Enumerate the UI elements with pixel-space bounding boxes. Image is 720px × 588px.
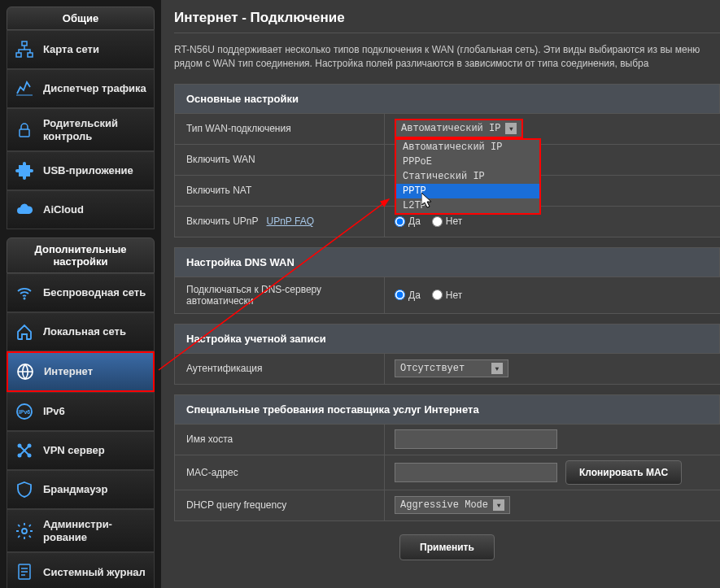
input-hostname[interactable] — [395, 429, 557, 449]
radio-upnp-no[interactable]: Нет — [432, 216, 462, 227]
sidebar-item-label: Интернет — [44, 365, 93, 378]
row-wan-type: Тип WAN-подключения Автоматический IP ▼ … — [174, 114, 720, 145]
svg-rect-1 — [16, 53, 21, 57]
page-description: RT-N56U поддерживает несколько типов под… — [174, 43, 720, 71]
dropdown-option-pptp[interactable]: PPTP — [396, 184, 539, 198]
row-hostname: Имя хоста — [174, 425, 720, 455]
label-wan-type: Тип WAN-подключения — [175, 114, 385, 144]
sidebar-item-syslog[interactable]: Системный журнал — [7, 552, 155, 588]
sidebar-item-firewall[interactable]: Брандмауэр — [7, 470, 155, 509]
svg-rect-2 — [28, 53, 33, 57]
section-isp: Специальные требования поставщика услуг … — [174, 394, 720, 521]
svg-rect-3 — [20, 129, 29, 137]
select-value: Отсутствует — [400, 363, 465, 374]
dropdown-option[interactable]: L2TP — [396, 198, 539, 213]
sidebar-item-ipv6[interactable]: IPv6 IPv6 — [7, 392, 155, 431]
shield-icon — [14, 479, 35, 500]
label-enable-nat: Включить NAT — [175, 176, 385, 206]
radio-dns-yes[interactable]: Да — [395, 290, 421, 301]
row-auth: Аутентификация Отсутствует ▼ — [174, 354, 720, 385]
main-content: Интернет - Подключение RT-N56U поддержив… — [161, 0, 720, 588]
sidebar-item-label: USB-приложение — [43, 164, 133, 177]
sidebar-item-label: Брандмауэр — [43, 483, 107, 496]
log-icon — [14, 561, 35, 582]
svg-point-12 — [22, 529, 27, 534]
section-basic: Основные настройки Тип WAN-подключения А… — [174, 84, 720, 237]
svg-rect-0 — [22, 41, 27, 46]
radio-dns-no[interactable]: Нет — [432, 290, 462, 301]
sidebar-item-parental[interactable]: Родительский контроль — [7, 108, 155, 151]
sidebar: Общие Карта сети Диспетчер трафика Родит… — [0, 0, 161, 588]
sidebar-item-lan[interactable]: Локальная сеть — [7, 312, 155, 351]
dropdown-option[interactable]: PPPoE — [396, 155, 539, 169]
label-hostname: Имя хоста — [175, 425, 385, 455]
chevron-down-icon: ▼ — [493, 499, 504, 511]
sidebar-item-admin[interactable]: Администри-рование — [7, 509, 155, 552]
admin-icon — [14, 520, 35, 542]
sidebar-item-label: Беспроводная сеть — [43, 286, 146, 299]
page-title: Интернет - Подключение — [174, 10, 720, 33]
ipv6-icon: IPv6 — [14, 401, 35, 422]
label-enable-upnp: Включить UPnP UPnP FAQ — [175, 207, 385, 237]
select-auth[interactable]: Отсутствует ▼ — [395, 359, 508, 377]
lock-icon — [14, 120, 35, 141]
section-header-isp: Специальные требования поставщика услуг … — [174, 394, 720, 425]
sidebar-item-label: Администри-рование — [43, 518, 147, 543]
radio-upnp: Да Нет — [395, 216, 462, 227]
vpn-icon — [14, 440, 35, 461]
upnp-faq-link[interactable]: UPnP FAQ — [267, 216, 314, 227]
home-icon — [14, 321, 35, 342]
sidebar-item-label: Локальная сеть — [43, 325, 126, 338]
clone-mac-button[interactable]: Клонировать MAC — [565, 460, 682, 485]
dropdown-option[interactable]: Статический IP — [396, 169, 539, 184]
puzzle-icon — [14, 160, 35, 181]
radio-upnp-yes[interactable]: Да — [395, 216, 421, 227]
sidebar-item-label: VPN сервер — [43, 444, 105, 457]
input-mac[interactable] — [395, 463, 557, 482]
svg-point-10 — [18, 454, 22, 458]
dropdown-option[interactable]: Автоматический IP — [396, 140, 539, 155]
section-account: Настройка учетной записи Аутентификация … — [174, 324, 720, 385]
sidebar-item-vpn[interactable]: VPN сервер — [7, 431, 155, 470]
wifi-icon — [14, 282, 35, 303]
sidebar-item-label: IPv6 — [43, 405, 65, 418]
sidebar-item-label: Диспетчер трафика — [43, 82, 146, 95]
sidebar-general-header: Общие — [7, 7, 155, 30]
sidebar-advanced-header: Дополнительные настройки — [7, 237, 155, 273]
label-enable-wan: Включить WAN — [175, 145, 385, 175]
sidebar-item-network-map[interactable]: Карта сети — [7, 30, 155, 69]
sidebar-item-usb[interactable]: USB-приложение — [7, 151, 155, 190]
label-auth: Аутентификация — [175, 354, 385, 384]
svg-point-8 — [18, 444, 22, 448]
label-mac: MAC-адрес — [175, 455, 385, 490]
chevron-down-icon: ▼ — [505, 123, 517, 134]
cloud-icon — [14, 199, 35, 220]
select-wan-type[interactable]: Автоматический IP ▼ — [395, 119, 523, 138]
select-value: Автоматический IP — [401, 123, 500, 134]
svg-point-11 — [28, 454, 32, 458]
svg-text:IPv6: IPv6 — [19, 409, 31, 415]
chevron-down-icon: ▼ — [491, 363, 503, 374]
apply-button[interactable]: Применить — [399, 534, 495, 560]
sidebar-item-label: Карта сети — [43, 43, 99, 56]
svg-point-9 — [28, 444, 32, 448]
row-mac: MAC-адрес Клонировать MAC — [174, 455, 720, 490]
svg-point-4 — [24, 298, 26, 300]
row-dhcp: DHCP query frequency Aggressive Mode ▼ — [174, 490, 720, 521]
sidebar-item-label: Родительский контроль — [43, 117, 147, 142]
network-map-icon — [14, 39, 35, 60]
label-dhcp: DHCP query frequency — [175, 490, 385, 520]
sidebar-item-label: Системный журнал — [43, 566, 146, 579]
wan-type-dropdown: Автоматический IP PPPoE Статический IP P… — [395, 138, 541, 215]
sidebar-item-traffic[interactable]: Диспетчер трафика — [7, 69, 155, 108]
row-auto-dns: Подключаться к DNS-серверу автоматически… — [174, 277, 720, 314]
section-header-dns: Настройка DNS WAN — [174, 247, 720, 277]
sidebar-item-aicloud[interactable]: AiCloud — [7, 190, 155, 229]
section-header-basic: Основные настройки — [174, 84, 720, 114]
sidebar-item-internet[interactable]: Интернет — [7, 351, 155, 392]
sidebar-item-label: AiCloud — [43, 203, 84, 216]
select-dhcp[interactable]: Aggressive Mode ▼ — [395, 496, 510, 514]
sidebar-item-wireless[interactable]: Беспроводная сеть — [7, 273, 155, 312]
traffic-icon — [14, 78, 35, 99]
label-auto-dns: Подключаться к DNS-серверу автоматически — [175, 277, 385, 313]
